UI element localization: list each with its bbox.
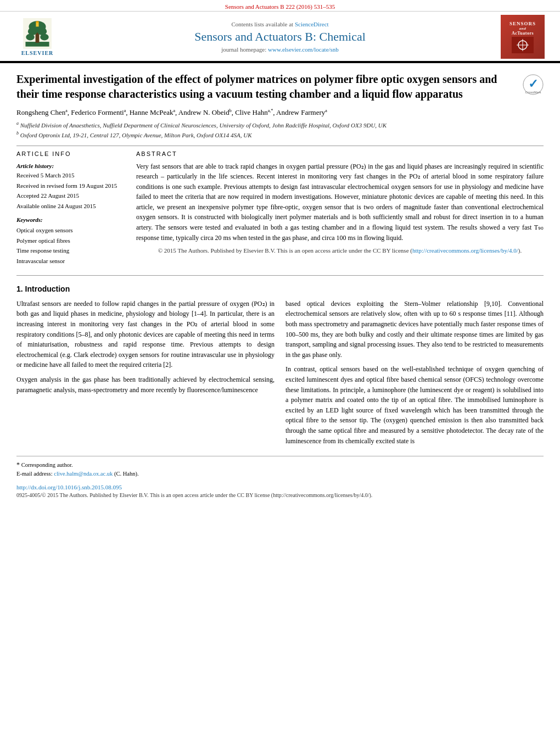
svg-point-9 [36,21,38,23]
title-area: Experimental investigation of the effect… [16,72,544,102]
article-info-table: Article history: Received 5 March 2015 R… [16,161,126,266]
doi-line: http://dx.doi.org/10.1016/j.snb.2015.08.… [16,484,544,490]
doi-link[interactable]: http://dx.doi.org/10.1016/j.snb.2015.08.… [16,484,122,490]
copyright-line: 0925-4005/© 2015 The Authors. Published … [16,492,544,498]
abstract-col: ABSTRACT Very fast sensors that are able… [136,150,544,266]
history-label: Article history: [16,161,126,171]
keywords-label: Keywords: [16,215,126,225]
license-link[interactable]: http://creativecommons.org/licenses/by/4… [412,247,518,254]
kw-2: Polymer optical fibres [16,236,126,246]
homepage-link[interactable]: www.elsevier.com/locate/snb [268,46,339,53]
footnote-name: (C. Hahn). [114,471,139,477]
kw-4: Intravascular sensor [16,256,126,266]
journal-ref: Sensors and Actuators B 222 (2016) 531–5… [225,3,335,10]
kw-1: Optical oxygen sensors [16,225,126,236]
affil-b: b Oxford Optronix Ltd, 19-21, Central 12… [16,131,544,140]
email-link[interactable]: clive.halm@nda.ox.ac.uk [54,471,113,477]
footnote-corresponding: * Corresponding author. [16,460,544,470]
sup-a2: a [124,108,126,113]
intro-p1: Ultrafast sensors are needed to follow r… [16,299,275,370]
svg-point-7 [40,34,49,40]
intro-col2: based optical devices exploiting the Ste… [285,299,544,450]
abstract-paragraph: Very fast sensors that are able to track… [136,161,544,243]
sup-a4: a [325,108,327,113]
svg-text:CrossMark: CrossMark [525,91,541,94]
journal-title-area: Contents lists available at ScienceDirec… [65,21,495,53]
elsevier-logo: ELSEVIER [21,18,54,56]
crossmark-badge: ✓ CrossMark [523,74,544,95]
author-clive: Clive Hahn [235,108,268,116]
article-history: Article history: Received 5 March 2015 R… [16,161,126,211]
sup-a-star: a,* [268,108,273,113]
info-abstract-cols: ARTICLE INFO Article history: Received 5… [16,150,544,266]
journal-header: ELSEVIER Contents lists available at Sci… [0,11,560,62]
elsevier-logo-area: ELSEVIER [10,18,65,56]
sup-affil-a: a [16,121,19,126]
sup-b1: b [229,108,232,113]
badge-line1: SENSORS [509,21,536,26]
affil-a: a Nuffield Division of Anaesthetics, Nuf… [16,121,544,130]
svg-text:✓: ✓ [528,77,538,91]
contents-available: Contents lists available at ScienceDirec… [70,21,490,27]
badge-and: and [519,26,526,31]
svg-point-6 [26,34,35,40]
sensors-badge-area: SENSORS and AcTuators [495,15,550,59]
article-info-head: ARTICLE INFO [16,150,126,157]
accepted-date: Accepted 22 August 2015 [16,191,126,201]
article-info-col: ARTICLE INFO Article history: Received 5… [16,150,126,266]
abstract-license: © 2015 The Authors. Published by Elsevie… [136,246,544,255]
paper-body: Experimental investigation of the effect… [0,63,560,504]
intro-p4: In contrast, optical sensors based on th… [285,364,544,446]
authors-line: Rongsheng Chena, Federico Formentia, Han… [16,107,544,118]
keywords-list: Optical oxygen sensors Polymer optical f… [16,225,126,266]
intro-p2: Oxygen analysis in the gas phase has bee… [16,375,275,395]
sup-a1: a [65,108,68,113]
footnote-label: Corresponding author. [21,462,73,468]
intro-col1: Ultrafast sensors are needed to follow r… [16,299,275,450]
journal-homepage: journal homepage: www.elsevier.com/locat… [70,46,490,53]
received-date: Received 5 March 2015 [16,171,126,181]
info-abstract-divider [16,146,544,146]
badge-icon [512,37,534,53]
crossmark-icon: ✓ CrossMark [523,74,544,95]
body-divider [16,275,544,276]
intro-title: 1. Introduction [16,284,544,293]
footnote-star: * [16,461,20,468]
abstract-text: Very fast sensors that are able to track… [136,161,544,256]
sensors-actuators-badge: SENSORS and AcTuators [501,15,545,59]
elsevier-text: ELSEVIER [21,50,54,56]
footnote-email: E-mail address: clive.halm@nda.ox.ac.uk … [16,470,544,478]
sup-a3: a [173,108,176,113]
intro-body-cols: Ultrafast sensors are needed to follow r… [16,299,544,450]
badge-line2: AcTuators [512,31,534,36]
keywords-section: Keywords: Optical oxygen sensors Polymer… [16,215,126,266]
intro-p3: based optical devices exploiting the Ste… [285,299,544,360]
received-revised-date: Received in revised form 19 August 2015 [16,181,126,191]
intro-section: 1. Introduction Ultrafast sensors are ne… [16,284,544,450]
elsevier-tree-icon [22,18,53,49]
kw-3: Time response testing [16,246,126,256]
article-title: Experimental investigation of the effect… [16,72,523,102]
sup-affil-b: b [16,131,19,136]
citation-bar: Sensors and Actuators B 222 (2016) 531–5… [0,0,560,11]
email-label: E-mail address: [16,471,53,477]
sciencedirect-link[interactable]: ScienceDirect [295,21,329,27]
journal-title: Sensors and Actuators B: Chemical [70,30,490,44]
abstract-head: ABSTRACT [136,150,544,157]
footnote-area: * Corresponding author. E-mail address: … [16,456,544,478]
available-date: Available online 24 August 2015 [16,202,126,211]
affiliations: a Nuffield Division of Anaesthetics, Nuf… [16,121,544,140]
